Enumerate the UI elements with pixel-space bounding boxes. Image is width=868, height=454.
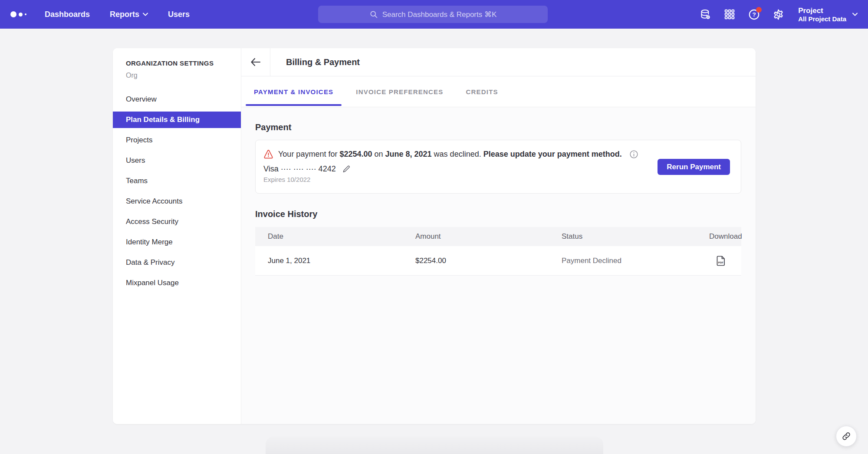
info-icon[interactable] [629,150,638,159]
tab-credits[interactable]: CREDITS [457,76,506,107]
main-content: Billing & Payment PAYMENT & INVOICES INV… [241,48,756,424]
warning-icon [263,150,273,159]
col-download: Download [709,232,744,241]
app-root: Dashboards Reports Users Search Dashboar… [0,0,868,454]
alert-amount: $2254.00 [339,150,372,158]
payment-alert: Your payment for $2254.00 on June 8, 202… [263,150,741,159]
rerun-payment-button[interactable]: Rerun Payment [658,159,730,175]
bottom-peek-bar [266,437,603,454]
logo-dot-large [10,11,16,17]
nav-link-dashboards[interactable]: Dashboards [45,10,90,19]
svg-text:?: ? [752,11,756,18]
sidebar-item-projects[interactable]: Projects [113,132,241,148]
project-label: Project [798,7,846,15]
nav-links: Dashboards Reports Users [45,10,190,19]
alert-text: Your payment for $2254.00 on June 8, 202… [278,150,622,159]
sidebar-item-mixpanel-usage[interactable]: Mixpanel Usage [113,275,241,291]
nav-right-group: ? Project All Project Data [699,0,858,29]
download-pdf-icon[interactable]: PDF [716,256,741,266]
back-arrow-icon [250,58,261,66]
sidebar-section-title: ORGANIZATION SETTINGS [126,59,241,67]
back-button[interactable] [241,48,270,76]
sidebar-item-data-privacy[interactable]: Data & Privacy [113,254,241,271]
tab-bar: PAYMENT & INVOICES INVOICE PREFERENCES C… [241,76,756,107]
alert-date: June 8, 2021 [385,150,432,158]
col-amount: Amount [415,232,562,241]
alert-update: Please update your payment method. [483,150,622,158]
notification-badge [756,7,762,13]
sidebar-item-overview[interactable]: Overview [113,91,241,108]
top-navbar: Dashboards Reports Users Search Dashboar… [0,0,868,29]
chevron-down-icon [143,13,148,16]
content-header: Billing & Payment [241,48,756,76]
sidebar-item-users[interactable]: Users [113,152,241,169]
col-status: Status [562,232,709,241]
edit-card-icon[interactable] [342,165,351,174]
project-value: All Project Data [798,15,846,23]
search-icon [369,10,378,19]
payment-card: Your payment for $2254.00 on June 8, 202… [255,140,741,194]
nav-link-reports-label: Reports [110,10,139,19]
content-body: Payment Your payment for $2254.00 on Jun… [241,107,756,276]
col-date: Date [268,232,415,241]
invoice-table: Date Amount Status Download June 1, 2021… [255,227,741,276]
sidebar-item-plan-details-billing[interactable]: Plan Details & Billing [113,112,241,128]
invoice-table-header: Date Amount Status Download [255,227,741,246]
alert-declined: was declined. [432,150,483,158]
cell-amount: $2254.00 [415,257,562,265]
sidebar-item-access-security[interactable]: Access Security [113,214,241,230]
pdf-icon-label: PDF [718,261,724,264]
project-selector[interactable]: Project All Project Data [798,7,858,23]
alert-pre: Your payment for [278,150,339,158]
payment-section-title: Payment [255,122,741,132]
cell-date: June 1, 2021 [268,257,415,265]
apps-grid-icon[interactable] [723,8,736,20]
project-selector-text: Project All Project Data [798,7,846,23]
link-icon [842,431,851,441]
settings-card: ORGANIZATION SETTINGS Org Overview Plan … [113,48,756,424]
chevron-down-icon [852,13,858,16]
help-icon[interactable]: ? [748,8,760,20]
settings-sidebar: ORGANIZATION SETTINGS Org Overview Plan … [113,48,241,424]
org-name: Org [126,72,241,79]
page-title: Billing & Payment [286,57,360,67]
logo-dot-small [25,13,26,15]
copy-link-button[interactable] [836,426,857,447]
search-placeholder: Search Dashboards & Reports ⌘K [382,10,497,19]
tab-invoice-preferences[interactable]: INVOICE PREFERENCES [348,76,451,107]
search-input[interactable]: Search Dashboards & Reports ⌘K [318,6,548,23]
sidebar-nav: Overview Plan Details & Billing Projects… [113,91,241,291]
mixpanel-logo-icon[interactable] [10,11,26,17]
cell-status: Payment Declined [562,257,709,265]
invoice-history-title: Invoice History [255,209,741,219]
alert-on: on [372,150,385,158]
table-row: June 1, 2021 $2254.00 Payment Declined P… [255,246,741,276]
card-number: Visa ···· ···· ···· 4242 [263,164,336,174]
settings-gear-icon[interactable] [772,8,784,20]
sidebar-item-service-accounts[interactable]: Service Accounts [113,193,241,210]
data-management-icon[interactable] [699,8,711,20]
sidebar-item-teams[interactable]: Teams [113,173,241,189]
tab-payment-invoices[interactable]: PAYMENT & INVOICES [246,76,342,107]
sidebar-item-identity-merge[interactable]: Identity Merge [113,234,241,250]
logo-dot-medium [19,13,23,16]
nav-link-reports[interactable]: Reports [110,10,148,19]
card-expiry: Expires 10/2022 [263,176,741,183]
nav-link-users[interactable]: Users [168,10,190,19]
